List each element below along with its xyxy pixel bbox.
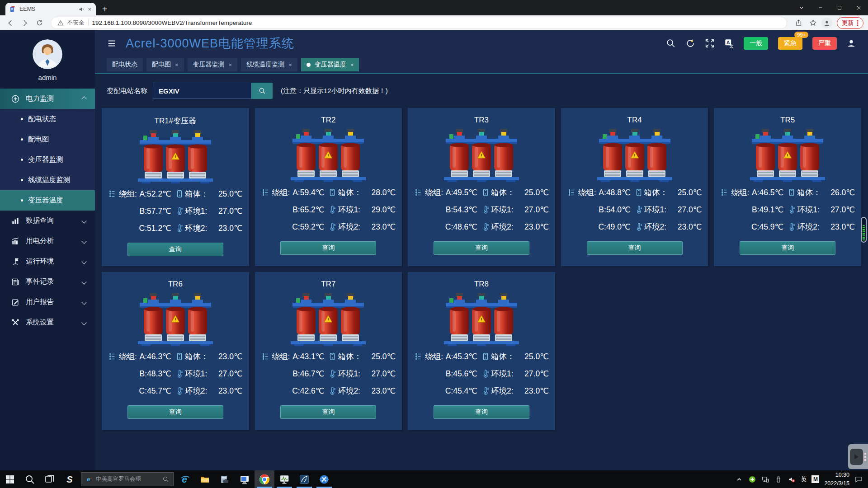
sidebar-subitem-0-0[interactable]: 配电状态 xyxy=(0,109,95,129)
tab-close-icon[interactable]: × xyxy=(288,61,292,68)
tray-network-icon xyxy=(761,475,769,483)
monitor-app-taskbar-button[interactable] xyxy=(274,470,294,488)
sidebar-subitem-0-4[interactable]: 变压器温度 xyxy=(0,190,95,211)
search-icon[interactable] xyxy=(666,38,676,48)
tab-close-icon[interactable]: × xyxy=(350,61,354,68)
browser-profile-icon[interactable] xyxy=(821,18,832,28)
new-tab-button[interactable]: + xyxy=(102,5,108,14)
taskbar-search-text: 中美高官罗马会晤 xyxy=(96,475,159,483)
url-bar[interactable]: 不安全 192.168.1.100:8090/3000WEBV2/Transfo… xyxy=(51,17,787,29)
bullet-icon xyxy=(21,138,23,141)
winding-icon xyxy=(414,352,423,361)
minimize-button[interactable] xyxy=(811,0,830,15)
file-explorer-taskbar-button[interactable] xyxy=(195,470,215,488)
sidebar-subitem-0-3[interactable]: 线缆温度监测 xyxy=(0,170,95,190)
usb-icon xyxy=(774,475,783,483)
chrome-taskbar-button[interactable] xyxy=(255,470,274,488)
ime-indicator[interactable]: 英 xyxy=(801,475,807,483)
workspace-tab-4[interactable]: 变压器温度× xyxy=(301,58,359,71)
refresh-icon[interactable] xyxy=(685,38,695,48)
tab-close-icon[interactable]: × xyxy=(88,6,91,13)
sidebar-item-label: 用电分析 xyxy=(26,236,54,246)
sidebar-item-2[interactable]: 用电分析 xyxy=(0,231,95,251)
display-app-taskbar-button[interactable] xyxy=(235,470,255,488)
alarm-button-2[interactable]: 严重 xyxy=(812,37,837,50)
notification-center-icon[interactable] xyxy=(854,475,863,483)
device-manager-taskbar-button[interactable] xyxy=(215,470,235,488)
workspace-tab-2[interactable]: 变压器监测× xyxy=(188,58,238,71)
alarm-button-0[interactable]: 一般 xyxy=(744,37,768,50)
winding-a-value: A:52.2℃ xyxy=(140,189,171,199)
workspace-tab-1[interactable]: 配电图× xyxy=(146,58,184,71)
task-view-taskbar-button[interactable] xyxy=(40,470,60,488)
alarm-button-1[interactable]: 紧急99+ xyxy=(778,37,802,50)
query-button[interactable]: 查询 xyxy=(434,405,529,419)
security-label[interactable]: 不安全 xyxy=(67,19,85,27)
browser-update-button[interactable]: 更新 xyxy=(837,17,863,29)
user-avatar[interactable] xyxy=(33,39,62,69)
sidebar: admin 电力监测配电状态配电图变压器监测线缆温度监测变压器温度数据查询用电分… xyxy=(0,30,95,470)
tab-favicon-icon xyxy=(10,6,16,12)
tab-close-icon[interactable]: × xyxy=(175,61,179,68)
transformer-title: TR8 xyxy=(474,280,489,289)
browser-tab[interactable]: EEMS × xyxy=(5,3,96,15)
clock-time: 10:30 xyxy=(824,471,849,479)
query-button[interactable]: 查询 xyxy=(127,243,223,256)
m-tray-badge[interactable]: M xyxy=(811,475,819,483)
temperature-table: 绕组: A:43.1℃ 箱体： 25.0℃ B:46.7℃ 环境1: 27.0℃… xyxy=(255,348,402,399)
url-text[interactable]: 192.168.1.100:8090/3000WEBV2/Transformer… xyxy=(92,19,252,26)
reload-icon[interactable] xyxy=(33,17,45,29)
share-icon[interactable] xyxy=(793,17,804,29)
translate-icon[interactable]: A文 xyxy=(724,38,734,48)
station-search-button[interactable] xyxy=(251,83,273,99)
tab-audio-icon[interactable] xyxy=(79,6,85,12)
temp-row: C:59.2℃ 环境2: 23.0℃ xyxy=(261,218,396,235)
query-analyzer-taskbar-button[interactable] xyxy=(294,470,314,488)
hamburger-menu-icon[interactable] xyxy=(107,38,117,48)
winding-label: 绕组: xyxy=(119,351,142,362)
ie-taskbar-button[interactable]: e xyxy=(175,470,195,488)
query-button[interactable]: 查询 xyxy=(740,241,835,255)
sogou-taskbar-button[interactable]: S xyxy=(60,470,80,488)
taskbar-search-box[interactable]: e 中美高官罗马会晤 xyxy=(81,472,174,486)
taskbar-search-taskbar-button[interactable] xyxy=(20,470,40,488)
temperature-table: 绕组: A:52.2℃ 箱体： 25.0℃ B:57.7℃ 环境1: 27.0℃… xyxy=(102,185,249,237)
env1-value: 27.0℃ xyxy=(678,205,702,215)
workspace-tab-3[interactable]: 线缆温度监测× xyxy=(241,58,297,71)
query-button[interactable]: 查询 xyxy=(280,405,376,419)
station-name-input[interactable] xyxy=(153,83,251,99)
close-button[interactable] xyxy=(849,0,868,15)
query-button[interactable]: 查询 xyxy=(127,405,223,419)
sidebar-item-0[interactable]: 电力监测 xyxy=(0,89,95,109)
workspace-tab-0[interactable]: 配电状态 xyxy=(107,58,143,71)
ie-news-icon: e xyxy=(85,476,93,483)
temperature-table: 绕组: A:45.3℃ 箱体： 25.0℃ B:45.6℃ 环境1: 27.0℃… xyxy=(408,348,555,399)
back-icon[interactable] xyxy=(5,17,16,29)
sidebar-item-1[interactable]: 数据查询 xyxy=(0,211,95,231)
globe-tools-taskbar-button[interactable] xyxy=(314,470,334,488)
forward-icon[interactable] xyxy=(19,17,31,29)
winding-c-value: C:45.7℃ xyxy=(139,386,171,396)
fullscreen-icon[interactable] xyxy=(705,38,715,48)
user-report-icon xyxy=(11,298,20,307)
thermometer-icon xyxy=(328,369,337,378)
start-taskbar-button[interactable] xyxy=(0,470,20,488)
taskbar-clock[interactable]: 10:30 2022/3/15 xyxy=(824,471,849,487)
sidebar-item-3[interactable]: 运行环境 xyxy=(0,251,95,272)
sidebar-subitem-0-1[interactable]: 配电图 xyxy=(0,129,95,150)
query-button[interactable]: 查询 xyxy=(434,241,529,255)
battery-indicator-widget[interactable] xyxy=(861,217,867,243)
floating-side-widget[interactable] xyxy=(848,444,868,469)
sidebar-subitem-0-2[interactable]: 变压器监测 xyxy=(0,150,95,170)
maximize-button[interactable] xyxy=(830,0,849,15)
tab-close-icon[interactable]: × xyxy=(229,61,232,68)
alarm-count-badge: 99+ xyxy=(794,32,808,38)
sidebar-item-4[interactable]: 事件记录 xyxy=(0,272,95,292)
query-button[interactable]: 查询 xyxy=(280,241,376,255)
user-icon[interactable] xyxy=(846,38,856,48)
tab-search-chevron-icon[interactable] xyxy=(792,0,811,15)
sidebar-item-5[interactable]: 用户报告 xyxy=(0,292,95,312)
sidebar-item-6[interactable]: 系统设置 xyxy=(0,312,95,333)
bookmark-star-icon[interactable] xyxy=(807,17,819,29)
query-button[interactable]: 查询 xyxy=(587,241,683,255)
